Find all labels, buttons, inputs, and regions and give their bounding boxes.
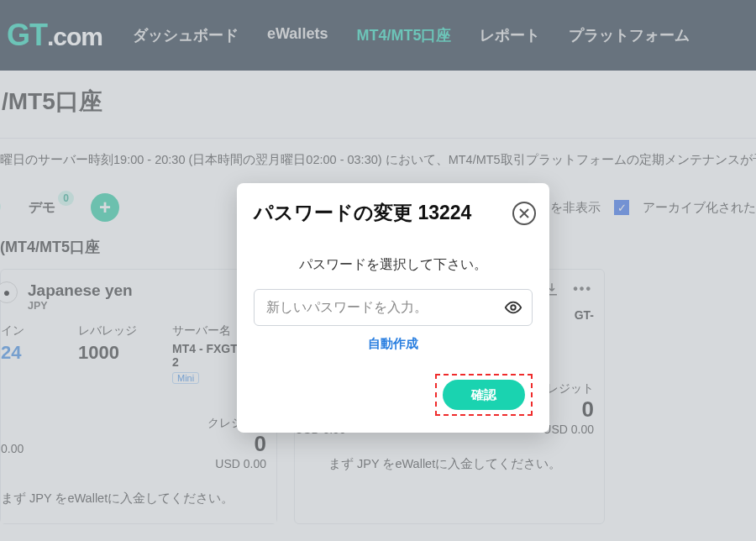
confirm-highlight: 確認 <box>435 374 533 416</box>
new-password-input[interactable] <box>254 289 533 326</box>
svg-point-0 <box>511 305 516 310</box>
modal-subtitle: パスワードを選択して下さい。 <box>237 233 549 289</box>
autogenerate-link[interactable]: 自動作成 <box>368 336 418 350</box>
change-password-modal: パスワードの変更 13224 パスワードを選択して下さい。 自動作成 確認 <box>237 183 549 433</box>
eye-icon[interactable] <box>504 298 522 317</box>
confirm-button[interactable]: 確認 <box>443 380 525 410</box>
close-icon[interactable] <box>512 202 536 225</box>
modal-title: パスワードの変更 13224 <box>254 200 512 226</box>
